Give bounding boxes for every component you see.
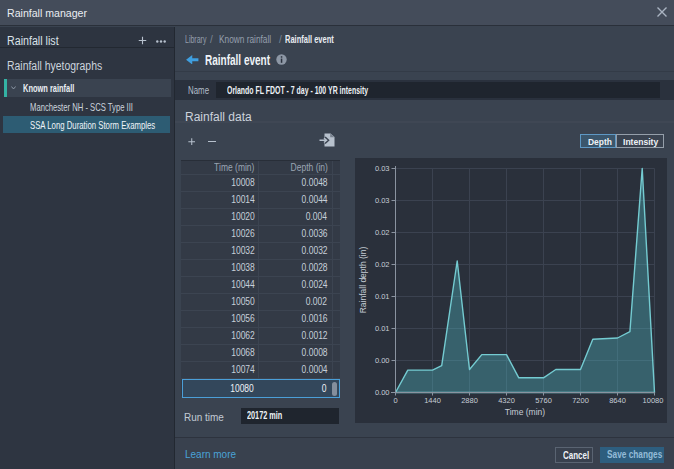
svg-text:0.00: 0.00 [375, 388, 390, 397]
svg-text:1440: 1440 [424, 396, 441, 405]
svg-text:Time (min): Time (min) [505, 407, 545, 417]
svg-text:0: 0 [393, 396, 397, 405]
svg-text:8640: 8640 [609, 396, 626, 405]
svg-text:0.01: 0.01 [375, 324, 390, 333]
svg-text:10080: 10080 [643, 396, 664, 405]
svg-text:0.00: 0.00 [375, 356, 390, 365]
svg-text:5760: 5760 [535, 396, 552, 405]
svg-text:4320: 4320 [498, 396, 515, 405]
svg-text:Rainfall depth (in): Rainfall depth (in) [358, 247, 368, 314]
svg-text:0.03: 0.03 [375, 196, 390, 205]
svg-text:0.01: 0.01 [375, 292, 390, 301]
svg-text:0.02: 0.02 [375, 260, 390, 269]
svg-text:2880: 2880 [461, 396, 478, 405]
svg-text:0.03: 0.03 [375, 164, 390, 173]
svg-text:0.02: 0.02 [375, 228, 390, 237]
svg-text:7200: 7200 [572, 396, 589, 405]
